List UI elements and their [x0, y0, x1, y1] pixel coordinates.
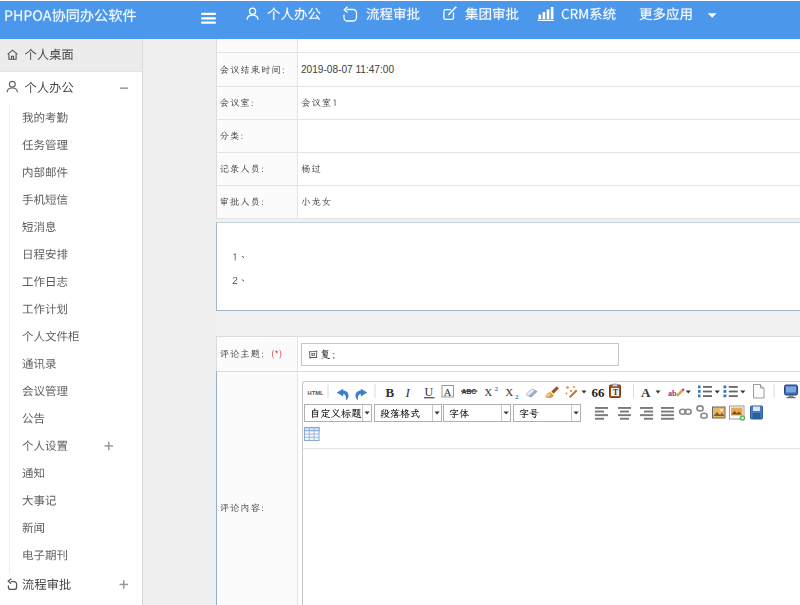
svg-text:I: I — [405, 385, 411, 400]
svg-text:X: X — [485, 387, 493, 398]
svg-text:T: T — [613, 388, 618, 397]
svg-text:HTML: HTML — [308, 390, 325, 396]
svg-text:66: 66 — [592, 385, 606, 400]
svg-text:ab: ab — [668, 389, 677, 398]
svg-text:X: X — [506, 387, 514, 398]
svg-text:U: U — [425, 385, 434, 399]
svg-text:2: 2 — [515, 393, 519, 401]
svg-text:B: B — [386, 385, 395, 400]
svg-text:2: 2 — [495, 385, 499, 393]
svg-text:A: A — [444, 387, 452, 398]
svg-text:2019-08-07 11:47:00: 2019-08-07 11:47:00 — [301, 63, 394, 75]
svg-text:A: A — [641, 385, 651, 400]
